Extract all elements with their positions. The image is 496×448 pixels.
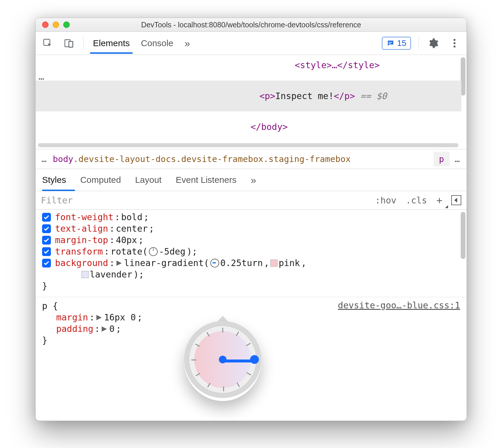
breadcrumb-next[interactable]: …	[455, 154, 461, 164]
cls-toggle[interactable]: .cls	[401, 194, 432, 207]
decl-enabled-checkbox[interactable]	[42, 236, 51, 245]
inspect-element-icon[interactable]	[41, 36, 54, 50]
titlebar: DevTools - localhost:8080/web/tools/chro…	[36, 18, 467, 32]
styles-scrollbar[interactable]	[461, 212, 465, 259]
angle-icon[interactable]	[149, 247, 158, 256]
svg-point-7	[454, 42, 456, 44]
expand-icon[interactable]: ▶	[116, 257, 122, 268]
issues-badge[interactable]: 15	[382, 37, 411, 50]
message-icon	[387, 39, 394, 47]
dom-node-body-close[interactable]: </body>	[36, 111, 461, 142]
angle-icon[interactable]	[210, 259, 219, 268]
dom-tree[interactable]: … <style>…</style> <p>Inspect me!</p> ==…	[36, 55, 467, 149]
color-swatch-pink[interactable]	[270, 260, 277, 267]
source-link[interactable]: devsite-goo…-blue.css:1	[338, 300, 460, 310]
main-toolbar: Elements Console » 15	[36, 32, 467, 55]
device-toolbar-icon[interactable]	[62, 36, 76, 50]
more-options-icon[interactable]	[448, 36, 461, 50]
css-decl-transform[interactable]: transform: rotate( -5deg );	[42, 246, 460, 257]
styles-filter-bar: Filter :hov .cls +	[36, 191, 467, 210]
dom-horizontal-scrollbar[interactable]	[38, 143, 458, 147]
styles-subtabs: Styles Computed Layout Event Listeners »	[36, 169, 467, 191]
window-title: DevTools - localhost:8080/web/tools/chro…	[36, 21, 467, 29]
css-decl-background[interactable]: background: ▶ linear-gradient( 0.25turn,…	[42, 257, 460, 269]
color-swatch-lavender[interactable]	[81, 271, 89, 278]
subtab-event-listeners[interactable]: Event Listeners	[176, 175, 237, 185]
angle-clock-popup[interactable]	[184, 308, 261, 401]
styles-filter-input[interactable]: Filter	[41, 195, 370, 205]
rule-close-brace: }	[42, 280, 460, 292]
settings-icon[interactable]	[427, 36, 440, 50]
more-tabs-button[interactable]: »	[183, 32, 192, 54]
decl-enabled-checkbox[interactable]	[42, 259, 51, 268]
svg-rect-4	[388, 42, 392, 43]
new-style-rule-button[interactable]: +	[432, 193, 447, 207]
hov-toggle[interactable]: :hov	[370, 194, 401, 207]
angle-clock-face[interactable]	[184, 321, 261, 398]
breadcrumb-body[interactable]: body.devsite-layout-docs.devsite-framebo…	[53, 154, 428, 164]
expand-icon[interactable]: ▶	[96, 312, 101, 322]
breadcrumb-prev[interactable]: …	[41, 154, 47, 164]
tab-console[interactable]: Console	[139, 33, 175, 54]
svg-rect-5	[388, 43, 391, 44]
breadcrumb: … body.devsite-layout-docs.devsite-frame…	[36, 149, 467, 169]
expand-icon[interactable]: ▶	[102, 323, 107, 333]
svg-rect-2	[69, 41, 73, 47]
css-decl-margin-top[interactable]: margin-top: 40px;	[42, 234, 460, 246]
decl-enabled-checkbox[interactable]	[42, 224, 51, 233]
css-decl-background-line2[interactable]: lavender );	[42, 269, 460, 280]
toolbar-separator	[83, 37, 84, 50]
tab-elements[interactable]: Elements	[91, 33, 132, 54]
subtab-computed[interactable]: Computed	[80, 175, 121, 185]
computed-sidebar-toggle-icon[interactable]	[451, 195, 461, 205]
dom-scrollbar[interactable]	[461, 57, 465, 96]
toolbar-separator	[419, 37, 419, 50]
svg-point-8	[454, 46, 456, 48]
css-decl-text-align[interactable]: text-align: center;	[42, 223, 460, 234]
dom-node-style[interactable]: <style>…</style>	[36, 55, 461, 81]
breadcrumb-current[interactable]: p	[434, 152, 449, 166]
dom-node-selected[interactable]: <p>Inspect me!</p> == $0	[36, 81, 461, 111]
issues-count: 15	[397, 39, 406, 48]
decl-enabled-checkbox[interactable]	[42, 247, 51, 256]
decl-enabled-checkbox[interactable]	[42, 213, 51, 222]
subtab-styles[interactable]: Styles	[42, 175, 66, 185]
svg-point-6	[454, 39, 456, 41]
subtab-layout[interactable]: Layout	[135, 175, 162, 185]
css-decl-font-weight[interactable]: font-weight: bold;	[42, 211, 460, 223]
subtab-more[interactable]: »	[251, 174, 256, 186]
